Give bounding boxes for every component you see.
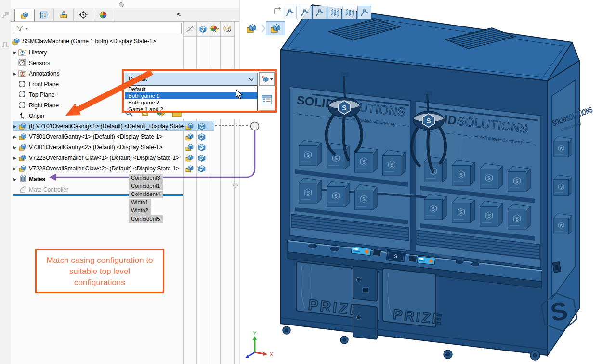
expand-arrow-icon[interactable]: ▶	[12, 124, 18, 129]
assembly-icon	[12, 37, 21, 46]
appearance-icon[interactable]	[209, 22, 220, 37]
collapse-panel-button[interactable]: <	[174, 11, 183, 19]
coordinate-triad: Y X	[245, 331, 273, 358]
assembly-icon	[18, 132, 27, 141]
tab-propertymanager[interactable]	[34, 9, 54, 21]
svg-text:S: S	[342, 104, 346, 112]
breadcrumb-chevron-icon	[261, 23, 266, 34]
sensors-icon	[18, 59, 27, 67]
tree-item-top-plane[interactable]: Top Plane	[12, 90, 54, 100]
coincident-mate-button[interactable]	[313, 6, 327, 19]
mate-controller-icon	[18, 185, 27, 194]
tree-component-claw1[interactable]: ▶ V7223OverallSmaller Claw<1> (Default) …	[12, 153, 179, 163]
hide-show-icon[interactable]	[184, 22, 196, 37]
mate-label[interactable]: Coincident1	[129, 182, 163, 190]
expand-arrow-icon[interactable]: ▶	[12, 177, 18, 182]
breadcrumb-assembly[interactable]	[242, 21, 261, 35]
featuremanager-tabbar	[11, 8, 239, 22]
breadcrumb-component-selected[interactable]	[266, 21, 285, 35]
tree-item-mates[interactable]: ▶ Mates	[12, 174, 45, 184]
mate-label[interactable]: Coincident5	[129, 215, 163, 223]
mates-paperclip-icon	[18, 175, 27, 183]
tree-item-front-plane[interactable]: Front Plane	[12, 79, 59, 89]
assembly-icon	[18, 154, 27, 162]
plane-icon	[18, 91, 27, 99]
component-display-mode-icon[interactable]	[185, 154, 195, 163]
width-mate-button[interactable]	[327, 6, 341, 19]
annotations-folder-icon	[18, 69, 27, 78]
tab-featuremanager[interactable]	[14, 9, 35, 21]
svg-text:S: S	[394, 253, 398, 260]
tree-root-assembly[interactable]: SSMClawMachine (Game 1 both) <Display St…	[12, 37, 156, 46]
tree-item-origin[interactable]: Origin	[12, 111, 44, 121]
expand-arrow-icon[interactable]: ▶	[12, 51, 18, 55]
display-state-icon[interactable]	[197, 143, 207, 152]
tree-component-gantry2[interactable]: ▶ V7301OverallGantry<2> (Default) <Displ…	[12, 143, 162, 152]
tree-item-annotations[interactable]: ▶ Annotations	[12, 69, 59, 78]
svg-text:S: S	[426, 117, 431, 125]
coincident-mate-button[interactable]	[298, 6, 312, 19]
tab-displaymanager[interactable]	[93, 9, 113, 21]
display-state-icon[interactable]	[197, 154, 207, 163]
mate-label[interactable]: Width2	[129, 207, 151, 215]
panel-splitter-knob[interactable]	[119, 2, 124, 7]
history-folder-icon	[18, 48, 27, 57]
component-display-mode-icon[interactable]	[185, 143, 195, 152]
mate-label[interactable]: Coincident4	[129, 191, 163, 198]
expand-arrow-icon[interactable]: ▶	[12, 72, 18, 76]
expand-arrow-icon[interactable]: ▶	[12, 167, 18, 171]
transparency-icon[interactable]	[221, 22, 234, 37]
selection-breadcrumb	[242, 21, 285, 35]
mate-context-toolbar	[283, 6, 371, 19]
sketch-steps-icon[interactable]	[1, 11, 10, 19]
tree-item-history[interactable]: ▶ History	[12, 48, 47, 57]
display-state-icon[interactable]	[197, 132, 207, 142]
tree-filter-input[interactable]	[13, 23, 182, 34]
assembly-icon	[18, 122, 27, 130]
component-display-mode-icon[interactable]	[185, 132, 195, 142]
tab-dimxpertmanager[interactable]	[74, 9, 93, 21]
component-display-mode-icon[interactable]	[185, 164, 195, 173]
tree-component-claw2[interactable]: ▶ V7223OverallSmaller Claw<2> (Default) …	[12, 164, 179, 173]
width-mate-button[interactable]	[342, 6, 356, 19]
assembly-icon	[18, 143, 27, 152]
filter-funnel-icon	[16, 25, 24, 32]
claw-machine-3d-model[interactable]: SOLIDSOLUTIONS A TriMech Company SOLIDSO…	[239, 0, 615, 364]
expand-arrow-icon[interactable]: ▶	[12, 135, 18, 139]
mate-label[interactable]: Coincident3	[129, 174, 163, 182]
coincident-mate-button[interactable]	[283, 6, 297, 19]
triad-x-label: X	[270, 352, 273, 357]
tree-component-gantry1[interactable]: ▶ V7301OverallGantry<1> (Default) <Displ…	[12, 132, 162, 142]
assembly-icon	[18, 164, 27, 173]
jump-arrow-icon[interactable]	[273, 6, 281, 15]
component-display-mode-icon[interactable]	[185, 122, 195, 131]
prize-door-right: PRIZE	[383, 268, 445, 327]
plane-icon	[18, 80, 27, 89]
display-mode-icon[interactable]	[197, 22, 209, 37]
tree-item-sensors[interactable]: Sensors	[12, 58, 50, 68]
docked-toolbar-strip	[0, 0, 11, 364]
annotation-highlight-rectangle	[122, 69, 277, 113]
plane-icon	[18, 101, 27, 110]
tree-component-casing[interactable]: ▶ (f) V7101OverallCasing<1> (Default) <D…	[12, 121, 184, 131]
display-state-dropdown-icon[interactable]	[197, 122, 207, 131]
expand-arrow-icon[interactable]: ▶	[12, 145, 18, 150]
tree-item-right-plane[interactable]: Right Plane	[12, 101, 59, 110]
display-state-icon[interactable]	[197, 164, 207, 173]
callout-line: Match casing configuration to	[46, 255, 153, 266]
expand-arrow-icon[interactable]: ▶	[12, 156, 18, 160]
step-profile-icon[interactable]	[1, 40, 10, 49]
origin-icon	[18, 112, 27, 120]
solidworks-screenshot: S	[0, 0, 615, 364]
coincident-mate-button-selected[interactable]	[357, 6, 371, 19]
machine-cabinet: SOLIDSOLUTIONS A TriMech Company SOLIDSO…	[281, 5, 596, 360]
tab-configurationmanager[interactable]	[54, 9, 74, 21]
tree-item-mate-controller[interactable]: Mate Controller	[12, 185, 68, 195]
annotation-callout: Match casing configuration to suitable t…	[35, 249, 164, 293]
triad-y-label: Y	[253, 331, 257, 336]
flyout-resize-knob[interactable]	[233, 183, 238, 188]
mouse-cursor	[236, 89, 243, 100]
callout-line: configurations	[74, 277, 125, 288]
mate-label[interactable]: Width1	[129, 199, 151, 207]
callout-line: suitable top level	[69, 266, 131, 277]
